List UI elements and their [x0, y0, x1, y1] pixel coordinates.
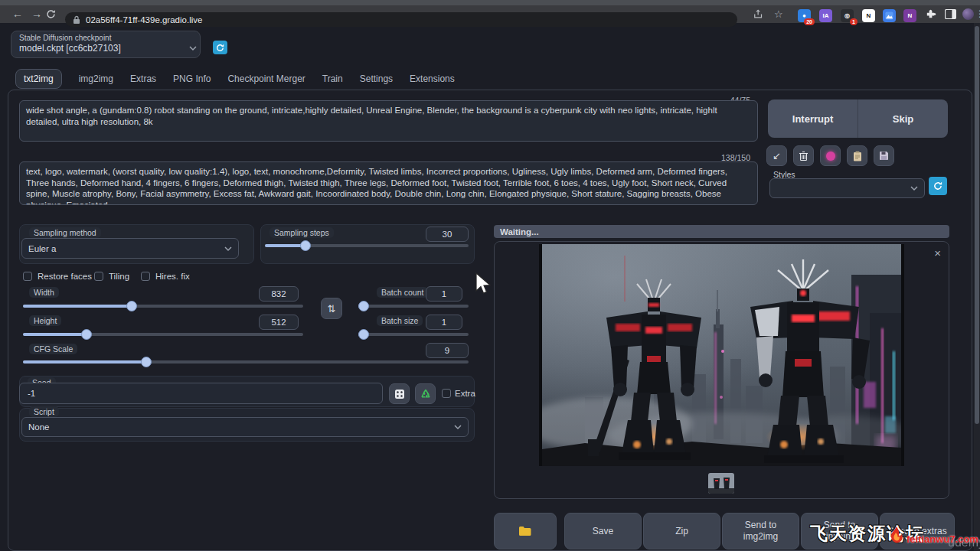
address-bar[interactable]: 02a56ff4-71ff-439e.gradio.live — [65, 12, 737, 27]
reload-icon[interactable] — [46, 9, 56, 19]
sampling-steps-value[interactable]: 30 — [426, 227, 469, 242]
extra-seed-checkbox[interactable] — [442, 389, 451, 398]
share-icon[interactable] — [753, 9, 764, 19]
ext-pin-icon[interactable]: ● 20 — [798, 9, 811, 22]
browser-toolbar: ← → 02a56ff4-71ff-439e.gradio.live ☆ ● 2… — [0, 5, 980, 23]
height-value[interactable]: 512 — [259, 315, 299, 330]
ext-pin-badge: 20 — [804, 18, 815, 25]
forward-icon[interactable]: → — [31, 5, 42, 23]
height-slider[interactable] — [23, 333, 303, 336]
prompt-input[interactable]: wide shot angle, a (gundam:0.8) robot st… — [19, 100, 758, 142]
height-label: Height — [29, 315, 61, 326]
tab-settings[interactable]: Settings — [360, 73, 393, 84]
checkpoint-label: Stable Diffusion checkpoint — [19, 34, 111, 42]
ext-camera-icon[interactable]: ◎ 1 — [841, 9, 854, 22]
sampling-method-label: Sampling method — [29, 227, 101, 238]
swap-dimensions-button[interactable]: ⇅ — [321, 298, 342, 319]
pink-dot-icon — [826, 152, 835, 161]
save-button[interactable]: Save — [564, 513, 642, 549]
width-label: Width — [29, 287, 59, 298]
bookmark-star-icon[interactable]: ☆ — [774, 5, 783, 23]
sampling-method-dropdown[interactable]: Euler a — [21, 238, 239, 259]
scrollbar-thumb[interactable] — [975, 26, 979, 424]
browser-menu-icon[interactable]: ⋮ — [975, 5, 980, 23]
cfg-scale-value[interactable]: 9 — [426, 343, 469, 358]
back-icon[interactable]: ← — [12, 5, 23, 23]
ext-camera-badge: 1 — [850, 18, 858, 25]
browser-tabstrip — [0, 0, 980, 5]
page-scrollbar[interactable] — [974, 23, 980, 551]
send-to-img2img-button[interactable]: Send to img2img — [722, 513, 799, 549]
script-label: Script — [29, 406, 59, 417]
cfg-scale-slider[interactable] — [23, 360, 469, 364]
styles-dropdown[interactable] — [769, 178, 925, 198]
ext-image-icon[interactable] — [883, 9, 896, 22]
hires-fix-label: Hires. fix — [155, 272, 190, 281]
refresh-icon — [216, 44, 224, 52]
tab-train[interactable]: Train — [322, 73, 343, 84]
preview-image[interactable] — [539, 244, 904, 466]
checkpoint-dropdown[interactable]: model.ckpt [cc6cb27103] — [19, 43, 197, 54]
tab-txt2img[interactable]: txt2img — [15, 69, 62, 89]
main-tabs: txt2img img2img Extras PNG Info Checkpoi… — [15, 69, 455, 89]
arrow-down-left-icon: ↙ — [773, 150, 781, 161]
gallery-thumbnail[interactable] — [708, 473, 734, 494]
clipboard-icon — [853, 151, 862, 161]
side-panel-icon[interactable] — [945, 9, 956, 19]
generate-controls: Interrupt Skip — [768, 99, 948, 138]
progress-status-text: Waiting... — [500, 227, 539, 236]
ext-notion-icon[interactable]: N — [862, 9, 875, 22]
reuse-seed-button[interactable] — [415, 383, 436, 404]
extensions-puzzle-icon[interactable] — [925, 9, 936, 21]
paste-params-button[interactable]: ↙ — [766, 145, 787, 166]
styles-refresh-button[interactable] — [929, 177, 947, 195]
zip-button[interactable]: Zip — [643, 513, 720, 549]
close-gallery-icon[interactable]: × — [934, 248, 941, 259]
sampling-steps-slider[interactable] — [265, 244, 469, 247]
save-style-button[interactable] — [874, 145, 894, 166]
chevron-down-icon — [910, 184, 918, 192]
checkpoint-block: Stable Diffusion checkpoint model.ckpt [… — [11, 31, 201, 58]
script-dropdown[interactable]: None — [21, 417, 469, 437]
refresh-icon — [933, 181, 942, 191]
progress-bar: Waiting... — [494, 225, 949, 238]
batch-count-value[interactable]: 1 — [426, 286, 462, 302]
width-value[interactable]: 832 — [259, 286, 299, 302]
batch-size-value[interactable]: 1 — [426, 315, 462, 330]
recycle-icon — [420, 389, 431, 399]
ext-ia-icon[interactable]: IA — [819, 9, 832, 22]
tab-extensions[interactable]: Extensions — [410, 73, 455, 84]
seed-input[interactable] — [19, 383, 383, 404]
random-seed-button[interactable] — [389, 383, 410, 404]
restore-faces-checkbox[interactable] — [23, 272, 32, 281]
batch-count-label: Batch count — [377, 287, 428, 298]
tab-checkpoint-merger[interactable]: Checkpoint Merger — [227, 73, 305, 84]
interrupt-button[interactable]: Interrupt — [768, 99, 858, 138]
hires-fix-checkbox[interactable] — [141, 272, 150, 281]
tab-png-info[interactable]: PNG Info — [173, 73, 211, 84]
open-folder-button[interactable] — [494, 513, 557, 549]
chevron-down-icon — [224, 245, 232, 253]
extra-networks-button[interactable] — [820, 145, 841, 166]
batch-count-slider[interactable] — [358, 305, 469, 308]
tab-img2img[interactable]: img2img — [79, 73, 113, 84]
batch-size-slider[interactable] — [358, 333, 469, 336]
ext-onenote-icon[interactable]: N — [903, 9, 916, 22]
profile-avatar[interactable] — [962, 8, 974, 20]
apply-styles-button[interactable] — [847, 145, 867, 166]
negative-prompt-input[interactable]: text, logo, watermark, (worst quality, l… — [19, 161, 758, 205]
tiling-label: Tiling — [109, 272, 129, 281]
tab-extras[interactable]: Extras — [130, 73, 156, 84]
restore-faces-label: Restore faces — [38, 272, 92, 281]
clear-prompt-button[interactable] — [793, 145, 814, 166]
lock-icon — [73, 15, 80, 24]
script-value: None — [28, 422, 50, 432]
checkpoint-refresh-button[interactable] — [213, 41, 227, 54]
folder-icon — [518, 526, 532, 536]
floppy-disk-icon — [879, 151, 889, 161]
tiling-checkbox[interactable] — [94, 272, 103, 281]
chevron-down-icon — [189, 44, 197, 52]
skip-button[interactable]: Skip — [858, 99, 948, 138]
sampling-method-value: Euler a — [28, 244, 56, 253]
width-slider[interactable] — [23, 305, 303, 308]
